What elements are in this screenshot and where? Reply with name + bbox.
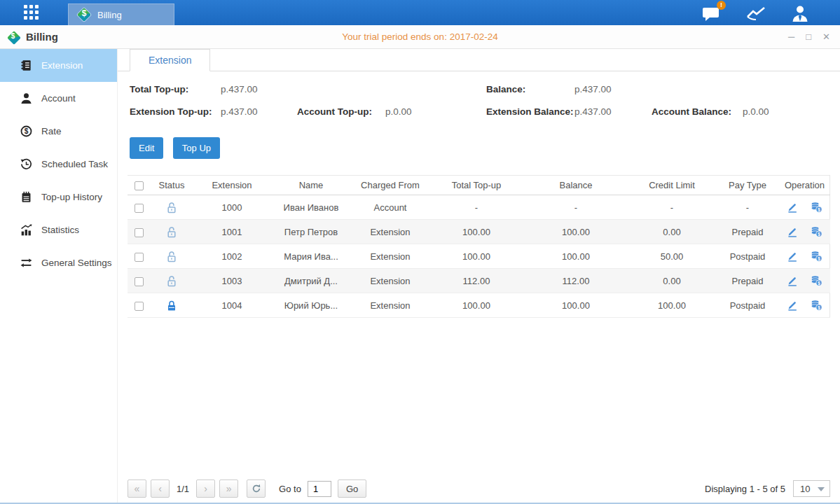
next-page-button[interactable]: › — [196, 479, 215, 498]
edit-extension-icon[interactable] — [787, 202, 798, 213]
cell-pay-type: Postpaid — [716, 244, 779, 269]
status-lock-icon — [166, 274, 177, 285]
sidebar-item-scheduled-task[interactable]: Scheduled Task — [0, 148, 117, 181]
notifications-icon[interactable]: ! — [702, 5, 721, 22]
close-button[interactable]: ✕ — [822, 31, 830, 42]
cell-operation: $ — [779, 269, 830, 293]
edit-button[interactable]: Edit — [130, 137, 163, 159]
tab-extension[interactable]: Extension — [130, 49, 210, 71]
account-topup-label: Account Top-up: — [297, 106, 372, 117]
top-up-icon[interactable]: $ — [811, 251, 822, 262]
cell-credit-limit: 100.00 — [628, 293, 716, 318]
account-balance-label: Account Balance: — [652, 106, 731, 117]
svg-text:$: $ — [818, 256, 820, 262]
refresh-icon — [252, 484, 261, 493]
row-checkbox[interactable] — [135, 253, 144, 262]
status-lock-icon — [166, 299, 177, 309]
goto-page-input[interactable] — [308, 481, 331, 497]
statistics-chart-icon[interactable] — [746, 5, 766, 22]
cell-balance: - — [524, 195, 628, 220]
row-checkbox[interactable] — [135, 302, 144, 311]
col-operation: Operation — [779, 176, 830, 195]
cell-extension: 1002 — [193, 244, 270, 269]
user-account-icon[interactable] — [791, 5, 809, 22]
taskbar-tab-billing[interactable]: $ Billing — [68, 4, 174, 25]
edit-extension-icon[interactable] — [787, 300, 798, 311]
sidebar-item-rate[interactable]: $ Rate — [0, 115, 117, 148]
cell-total-topup: 100.00 — [429, 244, 524, 269]
col-extension: Extension — [193, 176, 270, 195]
bar-chart-icon — [20, 224, 32, 236]
window-title: Billing — [26, 31, 58, 43]
cell-total-topup: 100.00 — [429, 293, 524, 318]
pagination-bar: « ‹ 1/1 › » Go to Go Displaying 1 - 5 of… — [128, 479, 830, 498]
maximize-button[interactable]: □ — [806, 31, 811, 42]
transfer-arrows-icon — [20, 257, 32, 269]
top-up-icon[interactable]: $ — [811, 300, 822, 311]
top-up-icon[interactable]: $ — [811, 202, 822, 213]
sidebar-item-extension[interactable]: Extension — [0, 49, 117, 82]
cell-extension: 1003 — [193, 269, 270, 293]
ledger-icon — [20, 59, 32, 71]
sidebar-item-topup-history[interactable]: Top-up History — [0, 181, 117, 214]
row-checkbox[interactable] — [135, 228, 144, 237]
col-charged-from: Charged From — [352, 176, 429, 195]
select-all-checkbox[interactable] — [135, 181, 144, 190]
cell-operation: $ — [779, 244, 830, 269]
sidebar-item-general-settings[interactable]: General Settings — [0, 246, 117, 279]
col-credit-limit: Credit Limit — [628, 176, 716, 195]
account-balance-value: p.0.00 — [743, 106, 769, 117]
sidebar-item-statistics[interactable]: Statistics — [0, 214, 117, 246]
page-size-select[interactable]: 10 — [793, 480, 830, 497]
cell-charged-from: Extension — [352, 244, 429, 269]
table-header-row: Status Extension Name Charged From Total… — [128, 176, 830, 195]
first-page-button[interactable]: « — [128, 479, 146, 498]
top-up-icon[interactable]: $ — [811, 275, 822, 286]
sidebar-item-label: Statistics — [41, 225, 79, 235]
svg-text:$: $ — [818, 207, 820, 213]
top-up-icon[interactable]: $ — [811, 226, 822, 237]
prev-page-button[interactable]: ‹ — [151, 479, 170, 498]
person-icon — [20, 92, 32, 104]
extension-balance-label: Extension Balance: — [486, 106, 574, 117]
row-checkbox[interactable] — [135, 204, 144, 213]
total-topup-label: Total Top-up: — [130, 84, 188, 94]
cell-pay-type: Prepaid — [716, 220, 779, 244]
billing-app-icon: $ — [77, 8, 91, 22]
dollar-circle-icon: $ — [20, 125, 32, 137]
refresh-button[interactable] — [247, 479, 266, 498]
sidebar: Extension Account $ Rate — [0, 49, 118, 503]
cell-charged-from: Extension — [352, 269, 429, 293]
trial-notice: Your trial period ends on: 2017-02-24 — [0, 31, 840, 42]
balance-label: Balance: — [486, 84, 525, 94]
col-total-topup: Total Top-up — [429, 176, 524, 195]
cell-extension: 1000 — [193, 195, 270, 220]
balance-value: p.437.00 — [574, 84, 612, 94]
table-row: 1000Иван ИвановAccount----$ — [128, 195, 830, 220]
top-up-button[interactable]: Top Up — [173, 137, 220, 159]
go-button[interactable]: Go — [338, 479, 366, 498]
apps-grid-icon[interactable] — [24, 5, 39, 20]
extensions-table: Status Extension Name Charged From Total… — [128, 175, 830, 318]
status-lock-icon — [166, 201, 177, 211]
sidebar-item-account[interactable]: Account — [0, 82, 117, 115]
sidebar-item-label: Top-up History — [41, 192, 102, 202]
last-page-button[interactable]: » — [219, 479, 238, 498]
page-size-value: 10 — [800, 484, 810, 494]
displaying-text: Displaying 1 - 5 of 5 — [705, 484, 785, 494]
sidebar-item-label: Scheduled Task — [41, 159, 108, 169]
extension-topup-value: p.437.00 — [221, 106, 258, 117]
cell-balance: 100.00 — [524, 220, 628, 244]
cell-name: Мария Ива... — [270, 244, 352, 269]
sidebar-item-label: Account — [41, 93, 76, 104]
edit-extension-icon[interactable] — [787, 275, 798, 286]
cell-pay-type: Prepaid — [716, 269, 779, 293]
edit-extension-icon[interactable] — [787, 226, 798, 237]
edit-extension-icon[interactable] — [787, 251, 798, 262]
row-checkbox[interactable] — [135, 277, 144, 286]
svg-text:$: $ — [25, 127, 29, 135]
status-lock-icon — [166, 250, 177, 260]
minimize-button[interactable]: ─ — [788, 31, 794, 42]
svg-text:$: $ — [818, 281, 820, 286]
total-topup-value: p.437.00 — [221, 84, 258, 94]
